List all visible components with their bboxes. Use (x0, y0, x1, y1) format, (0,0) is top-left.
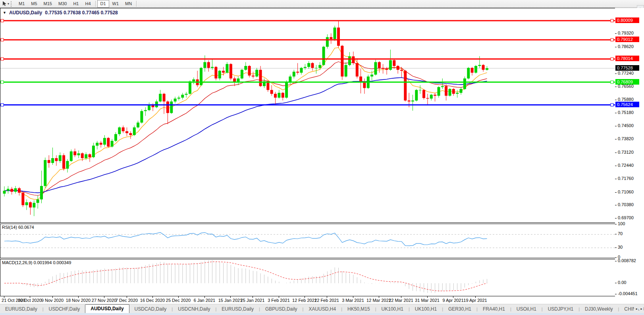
tab-scroll-left-icon[interactable]: ◂ (634, 306, 638, 312)
current-price-badge: 0.77528 (615, 65, 639, 71)
candle-body (460, 89, 463, 93)
chart-tab-xauusd[interactable]: XAUUSD,H4 (303, 305, 341, 313)
chart-tab-dj30[interactable]: DJ30,Weekly (580, 305, 618, 313)
timeframe-button-d1[interactable]: D1 (97, 0, 109, 8)
cursor-tool-icon[interactable] (1, 1, 8, 7)
candle-body (307, 63, 310, 67)
chart-tab-uk100[interactable]: UK100,H1 (376, 305, 409, 313)
rsi-tick-mark (615, 247, 617, 248)
timeframe-button-h1[interactable]: H1 (70, 0, 82, 8)
candle-body (100, 143, 102, 145)
price-tick-label: 0.78620 (618, 44, 634, 49)
timeframe-button-h4[interactable]: H4 (82, 0, 94, 8)
time-axis[interactable]: 21 Oct 202030 Oct 20209 Nov 202018 Nov 2… (0, 296, 615, 304)
candle-body (55, 158, 58, 161)
candle-body (304, 67, 307, 68)
level-price-badge: 0.80009 (615, 17, 639, 23)
candle-body (89, 154, 91, 157)
macd-indicator-pane[interactable] (0, 259, 644, 296)
cursor-tool-dropdown-icon[interactable]: ▾ (8, 2, 9, 6)
chart-tab-bar: EURUSD,Daily|USDCHF,DailyAUDUSD,DailyUSD… (0, 304, 644, 313)
chart-tab-usdchf[interactable]: USDCHF,Daily (44, 305, 85, 313)
timeframe-button-m15[interactable]: M15 (40, 0, 55, 8)
candle-body (229, 64, 232, 78)
price-tick-label: 0.79320 (618, 31, 634, 35)
price-tick-mark (615, 139, 617, 139)
price-tick-label: 0.74500 (618, 123, 634, 128)
level-price-badge: 0.75624 (615, 102, 639, 107)
rsi-tick-mark (615, 234, 617, 234)
rsi-canvas[interactable] (0, 224, 643, 258)
chart-tab-usdcnh[interactable]: USDCNH,Daily (173, 305, 215, 313)
candle-body (352, 56, 355, 63)
candle-body (474, 66, 477, 73)
candle-body (18, 188, 21, 193)
date-tick-label: 7 Dec 2020 (116, 298, 138, 303)
toolbar-grip[interactable] (11, 1, 14, 7)
line-handle[interactable] (1, 39, 4, 41)
candle-body (348, 56, 351, 65)
chart-tab-fra40[interactable]: FRA40,H1 (478, 305, 510, 313)
date-tick-label: 12 Mar 2021 (366, 298, 391, 303)
line-handle[interactable] (1, 81, 4, 83)
timeframe-button-w1[interactable]: W1 (109, 0, 122, 8)
candle-body (419, 90, 422, 91)
price-axis[interactable]: 0.793200.786200.772400.765600.758800.751… (615, 8, 644, 304)
rsi-indicator-pane[interactable] (0, 224, 644, 258)
date-tick-label: 31 Mar 2021 (415, 298, 440, 303)
timeframe-button-m1[interactable]: M1 (15, 0, 28, 8)
candle-body (114, 134, 117, 141)
candle-body (293, 72, 295, 77)
candle-body (163, 94, 166, 101)
macd-tick-label: -0.004451 (618, 291, 638, 296)
candle-body (48, 160, 50, 163)
macd-tick-label: 0.008782 (618, 258, 636, 263)
chart-tab-audusd[interactable]: AUDUSD,Daily (85, 304, 129, 313)
rsi-label: RSI(14) 60.0674 (2, 225, 34, 230)
chart-tab-usdcad[interactable]: USDCAD,Daily (129, 305, 172, 313)
candle-body (255, 70, 258, 77)
chart-tab-ger30[interactable]: GER30,H1 (443, 305, 476, 313)
date-tick-label: 30 Oct 2020 (18, 298, 42, 303)
candle-body (274, 94, 277, 98)
candle-body (140, 111, 143, 123)
macd-canvas[interactable] (0, 259, 643, 296)
price-tick-mark (615, 113, 617, 113)
candle-body (203, 62, 206, 68)
main-chart-pane[interactable] (0, 8, 644, 223)
candle-body (270, 90, 273, 94)
candle-body (189, 81, 191, 94)
macd-tick-mark (615, 294, 617, 294)
timeframe-button-mn[interactable]: MN (122, 0, 135, 8)
line-handle[interactable] (611, 81, 613, 83)
timeframe-button-m30[interactable]: M30 (55, 0, 70, 8)
candle-body (430, 95, 433, 99)
candle-body (289, 77, 291, 83)
price-tick-mark (615, 73, 617, 74)
tab-scroll-right-icon[interactable]: ▸ (639, 306, 644, 312)
candle-body (386, 69, 388, 70)
chart-context-arrow-icon[interactable]: ▼ (3, 11, 6, 15)
price-tick-mark (615, 126, 617, 126)
chart-tab-gbpusd[interactable]: GBPUSD,Daily (260, 305, 303, 313)
chart-tab-eurusd[interactable]: EURUSD,Daily (0, 305, 42, 313)
line-handle[interactable] (1, 58, 4, 60)
level-price-badge: 0.76809 (615, 79, 639, 85)
chart-tab-hk50[interactable]: HK50,M15 (342, 305, 375, 313)
line-handle[interactable] (1, 103, 4, 106)
date-tick-label: 9 Apr 2021 (442, 298, 463, 303)
price-tick-label: 0.71760 (618, 176, 634, 181)
chart-tab-uk100[interactable]: UK100,H1 (410, 305, 442, 313)
line-handle[interactable] (611, 39, 613, 41)
main-chart-canvas[interactable] (0, 8, 643, 222)
candle-body (382, 68, 384, 69)
chart-tab-usdjpy[interactable]: USDJPY,H1 (543, 305, 578, 313)
line-handle[interactable] (611, 103, 613, 106)
chart-tab-usoil[interactable]: USOil,H1 (511, 305, 542, 313)
chart-tab-eurusd[interactable]: EURUSD,Daily (216, 305, 259, 313)
line-handle[interactable] (611, 58, 613, 60)
timeframe-button-m5[interactable]: M5 (28, 0, 40, 8)
line-handle[interactable] (611, 19, 613, 22)
rsi-tick-label: 100 (618, 221, 625, 226)
line-handle[interactable] (1, 19, 4, 22)
